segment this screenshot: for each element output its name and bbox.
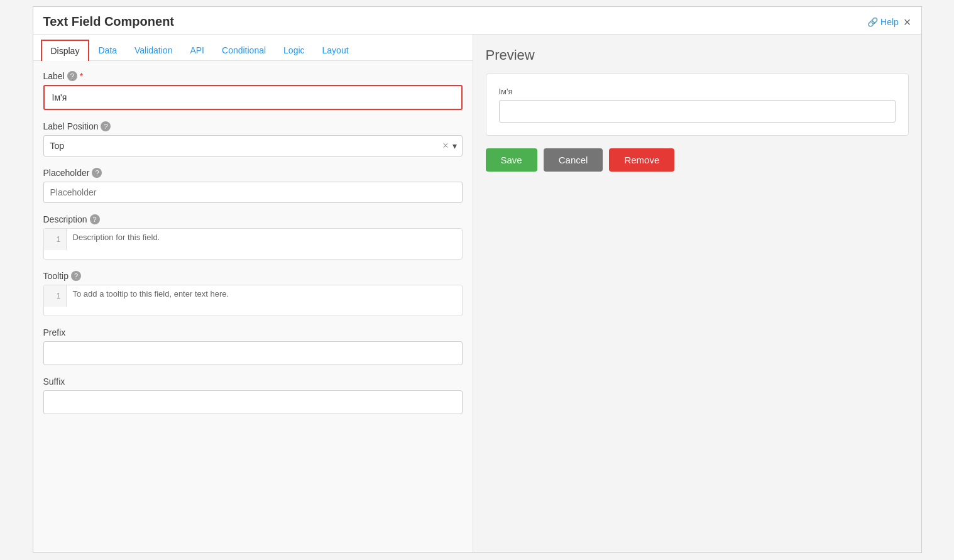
help-link[interactable]: 🔗 Help: [867, 17, 899, 27]
description-group: Description ? 1 Description for this fie…: [43, 214, 463, 260]
label-field-label: Label ? *: [43, 71, 463, 81]
tooltip-group: Tooltip ? 1 To add a tooltip to this fie…: [43, 271, 463, 316]
select-controls: × ▾: [442, 140, 461, 151]
description-placeholder-text: Description for this field.: [67, 229, 462, 246]
label-position-help-icon[interactable]: ?: [101, 121, 111, 131]
save-button[interactable]: Save: [486, 148, 537, 172]
tooltip-line-1: 1 To add a tooltip to this field, enter …: [44, 285, 462, 307]
select-arrow-icon[interactable]: ▾: [452, 141, 457, 151]
label-position-select[interactable]: Top × ▾: [43, 135, 463, 156]
description-help-icon[interactable]: ?: [90, 214, 100, 224]
label-position-label: Label Position ?: [43, 121, 463, 131]
suffix-input[interactable]: [43, 390, 463, 414]
header-right: 🔗 Help ×: [867, 16, 911, 28]
tooltip-line-number: 1: [44, 285, 67, 307]
label-position-value: Top: [44, 136, 443, 156]
suffix-group: Suffix: [43, 376, 463, 414]
dialog-title: Text Field Component: [43, 14, 175, 29]
help-icon: 🔗: [867, 17, 878, 27]
placeholder-help-icon[interactable]: ?: [92, 168, 102, 178]
right-panel: Preview Ім'я Save Cancel Remove: [473, 35, 921, 552]
placeholder-input[interactable]: [43, 182, 463, 203]
suffix-label: Suffix: [43, 376, 463, 387]
placeholder-label: Placeholder ?: [43, 168, 463, 178]
prefix-input[interactable]: [43, 341, 463, 365]
close-button[interactable]: ×: [904, 16, 911, 28]
label-input[interactable]: [45, 86, 461, 109]
tabs-container: Display Data Validation API Conditional …: [33, 35, 473, 61]
description-line-number: 1: [44, 229, 67, 250]
text-field-component-dialog: Text Field Component 🔗 Help × Display Da…: [33, 6, 922, 553]
description-editor[interactable]: 1 Description for this field.: [43, 228, 463, 260]
preview-box: Ім'я: [486, 74, 909, 136]
tab-display[interactable]: Display: [41, 40, 90, 61]
select-clear-icon[interactable]: ×: [442, 140, 448, 151]
form-content: Label ? * Label Position ? Top: [33, 61, 473, 424]
remove-button[interactable]: Remove: [609, 148, 674, 172]
label-input-wrapper: [43, 85, 463, 110]
tab-logic[interactable]: Logic: [275, 40, 313, 60]
tooltip-editor[interactable]: 1 To add a tooltip to this field, enter …: [43, 285, 463, 316]
prefix-group: Prefix: [43, 327, 463, 365]
left-panel: Display Data Validation API Conditional …: [33, 35, 473, 552]
prefix-label: Prefix: [43, 327, 463, 338]
tab-data[interactable]: Data: [89, 40, 126, 60]
description-label: Description ?: [43, 214, 463, 224]
tooltip-help-icon[interactable]: ?: [71, 271, 81, 281]
label-required-star: *: [80, 71, 83, 81]
tab-conditional[interactable]: Conditional: [213, 40, 275, 60]
tooltip-placeholder-text: To add a tooltip to this field, enter te…: [67, 285, 462, 302]
preview-input[interactable]: [499, 100, 896, 123]
description-line-1: 1 Description for this field.: [44, 229, 462, 250]
tooltip-label: Tooltip ?: [43, 271, 463, 281]
dialog-header: Text Field Component 🔗 Help ×: [33, 7, 921, 35]
preview-field-label: Ім'я: [499, 87, 896, 96]
label-help-icon[interactable]: ?: [67, 71, 77, 81]
tab-validation[interactable]: Validation: [126, 40, 181, 60]
label-position-group: Label Position ? Top × ▾: [43, 121, 463, 156]
tab-api[interactable]: API: [181, 40, 213, 60]
dialog-body: Display Data Validation API Conditional …: [33, 35, 921, 552]
preview-title: Preview: [486, 47, 909, 63]
cancel-button[interactable]: Cancel: [544, 148, 603, 172]
placeholder-group: Placeholder ?: [43, 168, 463, 203]
action-buttons: Save Cancel Remove: [486, 148, 909, 172]
label-field-group: Label ? *: [43, 71, 463, 110]
tab-layout[interactable]: Layout: [314, 40, 358, 60]
